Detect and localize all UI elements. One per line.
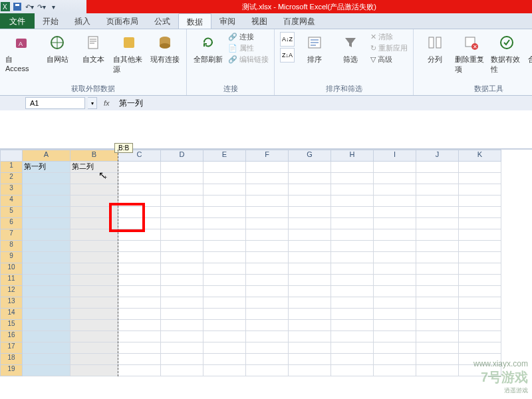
cell-C3[interactable]	[118, 184, 161, 196]
col-header-F[interactable]: F	[246, 150, 289, 162]
cell-C12[interactable]	[118, 286, 161, 297]
cell-A14[interactable]	[23, 309, 70, 320]
cell-K2[interactable]	[459, 173, 501, 184]
cell-C1[interactable]	[118, 162, 161, 173]
from-other-button[interactable]: 自其他来源	[113, 32, 145, 74]
cell-E16[interactable]	[203, 331, 246, 342]
cell-J8[interactable]	[416, 241, 459, 252]
consolidate-button[interactable]: 合并计算	[527, 32, 532, 65]
cell-H14[interactable]	[331, 309, 374, 320]
col-header-A[interactable]: A	[23, 150, 70, 162]
cell-J10[interactable]	[416, 263, 459, 275]
sort-asc-button[interactable]: A↓Z	[280, 32, 295, 47]
cell-B3[interactable]	[70, 184, 118, 196]
cell-F13[interactable]	[246, 297, 289, 309]
cell-A12[interactable]	[23, 286, 70, 297]
cell-A19[interactable]	[23, 365, 70, 376]
row-header-6[interactable]: 6	[0, 218, 23, 229]
cell-D17[interactable]	[161, 342, 203, 354]
cell-D10[interactable]	[161, 263, 203, 275]
cell-I5[interactable]	[374, 207, 416, 218]
cell-G10[interactable]	[289, 263, 331, 275]
cell-G14[interactable]	[289, 309, 331, 320]
cell-G8[interactable]	[289, 241, 331, 252]
cell-A5[interactable]	[23, 207, 70, 218]
cell-E11[interactable]	[203, 275, 246, 286]
col-header-D[interactable]: D	[161, 150, 203, 162]
cell-H3[interactable]	[331, 184, 374, 196]
cell-F9[interactable]	[246, 252, 289, 263]
cell-D3[interactable]	[161, 184, 203, 196]
cell-F5[interactable]	[246, 207, 289, 218]
cell-B19[interactable]	[70, 365, 118, 376]
cell-K10[interactable]	[459, 263, 501, 275]
tab-insert[interactable]: 插入	[66, 13, 98, 29]
cell-C17[interactable]	[118, 342, 161, 354]
cell-G4[interactable]	[289, 196, 331, 207]
cell-F19[interactable]	[246, 365, 289, 376]
tab-view[interactable]: 视图	[243, 13, 275, 29]
cell-E12[interactable]	[203, 286, 246, 297]
cell-H7[interactable]	[331, 229, 374, 241]
cell-A13[interactable]	[23, 297, 70, 309]
cell-I8[interactable]	[374, 241, 416, 252]
cell-H8[interactable]	[331, 241, 374, 252]
tab-formulas[interactable]: 公式	[146, 13, 178, 29]
name-box[interactable]: A1	[25, 97, 85, 109]
cell-H12[interactable]	[331, 286, 374, 297]
cell-H11[interactable]	[331, 275, 374, 286]
cell-B18[interactable]	[70, 354, 118, 365]
select-all-corner[interactable]	[0, 150, 23, 162]
cell-G11[interactable]	[289, 275, 331, 286]
sort-button[interactable]: 排序	[299, 32, 331, 65]
cell-F17[interactable]	[246, 342, 289, 354]
cell-E3[interactable]	[203, 184, 246, 196]
filter-button[interactable]: 筛选	[334, 32, 366, 65]
col-header-K[interactable]: K	[459, 150, 501, 162]
col-header-J[interactable]: J	[416, 150, 459, 162]
cell-B5[interactable]	[70, 207, 118, 218]
cell-G3[interactable]	[289, 184, 331, 196]
cell-G6[interactable]	[289, 218, 331, 229]
cell-H13[interactable]	[331, 297, 374, 309]
row-header-9[interactable]: 9	[0, 252, 23, 263]
refresh-all-button[interactable]: 全部刷新	[192, 32, 224, 65]
cell-I11[interactable]	[374, 275, 416, 286]
cell-E6[interactable]	[203, 218, 246, 229]
cell-F12[interactable]	[246, 286, 289, 297]
row-header-13[interactable]: 13	[0, 297, 23, 309]
cell-J16[interactable]	[416, 331, 459, 342]
cell-E7[interactable]	[203, 229, 246, 241]
from-web-button[interactable]: 自网站	[41, 32, 73, 65]
cell-C5[interactable]	[118, 207, 161, 218]
cell-A9[interactable]	[23, 252, 70, 263]
cell-F14[interactable]	[246, 309, 289, 320]
cell-K17[interactable]	[459, 342, 501, 354]
col-header-I[interactable]: I	[374, 150, 416, 162]
cell-C2[interactable]	[118, 173, 161, 184]
cell-E2[interactable]	[203, 173, 246, 184]
cell-A11[interactable]	[23, 275, 70, 286]
cell-G7[interactable]	[289, 229, 331, 241]
cell-K15[interactable]	[459, 320, 501, 331]
cell-J3[interactable]	[416, 184, 459, 196]
cell-D19[interactable]	[161, 365, 203, 376]
cell-A2[interactable]	[23, 173, 70, 184]
cell-H5[interactable]	[331, 207, 374, 218]
cell-G2[interactable]	[289, 173, 331, 184]
cell-E19[interactable]	[203, 365, 246, 376]
cell-I16[interactable]	[374, 331, 416, 342]
cell-C7[interactable]	[118, 229, 161, 241]
cell-H17[interactable]	[331, 342, 374, 354]
worksheet-grid[interactable]: A B C D E F G H I J K 1第一列第二列23456789101…	[0, 150, 532, 376]
cell-C10[interactable]	[118, 263, 161, 275]
cell-C6[interactable]	[118, 218, 161, 229]
cell-G17[interactable]	[289, 342, 331, 354]
cell-H10[interactable]	[331, 263, 374, 275]
cell-I7[interactable]	[374, 229, 416, 241]
cell-F2[interactable]	[246, 173, 289, 184]
cell-K7[interactable]	[459, 229, 501, 241]
cell-H9[interactable]	[331, 252, 374, 263]
tab-home[interactable]: 开始	[35, 13, 66, 29]
cell-A16[interactable]	[23, 331, 70, 342]
